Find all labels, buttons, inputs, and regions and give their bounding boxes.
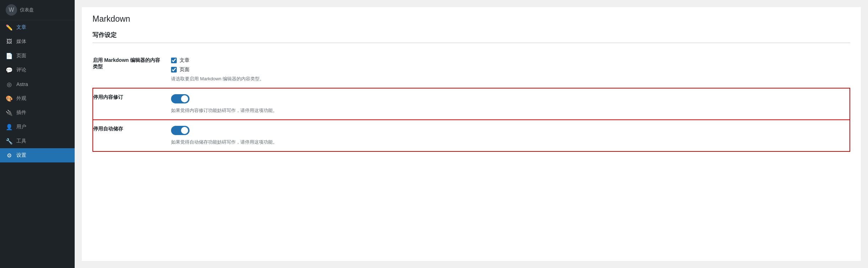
sidebar-item-label: 页面	[16, 53, 26, 59]
sidebar-item-label: 文章	[16, 24, 26, 31]
sidebar-item-label: 工具	[16, 138, 26, 144]
content-types-row: 启用 Markdown 编辑器的内容 类型 文章 页面 请选取要启用 Markd	[93, 52, 850, 88]
shezhi-icon: ⚙	[6, 152, 13, 159]
disable-autosave-description: 如果觉得自动储存功能妨碍写作，请停用这项功能。	[171, 139, 850, 145]
sidebar-item-label: 评论	[16, 67, 26, 73]
page-title: Markdown	[92, 14, 850, 24]
sidebar-item-yonghu[interactable]: 👤 用户	[0, 120, 75, 134]
disable-revisions-label: 停用内容修订	[93, 88, 171, 120]
disable-autosave-row: 停用自动储存 如果觉得自动储存功能妨碍写作，请停用这项功能。	[93, 120, 850, 151]
content-area: Markdown 写作设定 启用 Markdown 编辑器的内容 类型 文章	[82, 7, 861, 261]
section-title: 写作设定	[92, 31, 850, 39]
sidebar-item-astra[interactable]: ◎ Astra	[0, 77, 75, 91]
wenzhang-icon: ✏️	[6, 24, 13, 31]
sidebar-item-label: 媒体	[16, 38, 26, 45]
meiti-icon: 🖼	[6, 38, 13, 45]
pinglun-icon: 💬	[6, 66, 13, 74]
disable-revisions-description: 如果觉得内容修订功能妨碍写作，请停用这项功能。	[171, 107, 850, 114]
disable-revisions-toggle[interactable]	[171, 94, 190, 103]
sidebar-logo-label: 仪表盘	[20, 7, 34, 13]
sidebar-item-label: 用户	[16, 124, 26, 130]
yemian-icon: 📄	[6, 52, 13, 59]
sidebar-item-label: 设置	[16, 152, 26, 159]
wenzhang-label[interactable]: 文章	[180, 57, 190, 64]
sidebar-item-shezhi[interactable]: ⚙ 设置	[0, 148, 75, 162]
sidebar-item-meiti[interactable]: 🖼 媒体	[0, 34, 75, 49]
sidebar-item-wenzhang[interactable]: ✏️ 文章	[0, 20, 75, 34]
gongju-icon: 🔧	[6, 138, 13, 145]
content-types-label: 启用 Markdown 编辑器的内容 类型	[93, 52, 171, 88]
sidebar-item-label: Astra	[16, 81, 28, 87]
content-types-description: 请选取要启用 Markdown 编辑器的内容类型。	[171, 76, 850, 82]
sidebar-item-pinglun[interactable]: 💬 评论	[0, 63, 75, 77]
disable-autosave-value: 如果觉得自动储存功能妨碍写作，请停用这项功能。	[171, 120, 850, 151]
section-divider	[92, 43, 850, 43]
toggle-slider	[171, 94, 190, 103]
astra-icon: ◎	[6, 81, 13, 88]
sidebar-item-yemian[interactable]: 📄 页面	[0, 49, 75, 63]
sidebar-logo: W 仪表盘	[0, 0, 75, 20]
disable-autosave-toggle[interactable]	[171, 126, 190, 135]
settings-table: 启用 Markdown 编辑器的内容 类型 文章 页面 请选取要启用 Markd	[92, 52, 850, 152]
sidebar-item-label: 插件	[16, 109, 26, 116]
checkbox-wenzhang: 文章	[171, 57, 850, 64]
yonghu-icon: 👤	[6, 123, 13, 130]
sidebar-item-label: 外观	[16, 95, 26, 102]
toggle-slider-2	[171, 126, 190, 135]
disable-autosave-label: 停用自动储存	[93, 120, 171, 151]
sidebar: W 仪表盘 ✏️ 文章 🖼 媒体 📄 页面 💬 评论 ◎ Astra 🎨 外观 …	[0, 0, 75, 268]
yemian-checkbox[interactable]	[171, 67, 177, 73]
sidebar-item-chajian[interactable]: 🔌 插件	[0, 106, 75, 120]
wp-logo-icon: W	[6, 4, 17, 16]
main-content: Markdown 写作设定 启用 Markdown 编辑器的内容 类型 文章	[75, 0, 868, 268]
yemian-label[interactable]: 页面	[180, 66, 190, 73]
chajian-icon: 🔌	[6, 109, 13, 116]
sidebar-item-waiguan[interactable]: 🎨 外观	[0, 91, 75, 106]
checkbox-group: 文章 页面	[171, 57, 850, 73]
wenzhang-checkbox[interactable]	[171, 58, 177, 63]
checkbox-yemian: 页面	[171, 66, 850, 73]
sidebar-item-gongju[interactable]: 🔧 工具	[0, 134, 75, 148]
waiguan-icon: 🎨	[6, 95, 13, 102]
disable-revisions-row: 停用内容修订 如果觉得内容修订功能妨碍写作，请停用这项功能。	[93, 88, 850, 120]
content-types-value: 文章 页面 请选取要启用 Markdown 编辑器的内容类型。	[171, 52, 850, 88]
disable-revisions-value: 如果觉得内容修订功能妨碍写作，请停用这项功能。	[171, 88, 850, 120]
